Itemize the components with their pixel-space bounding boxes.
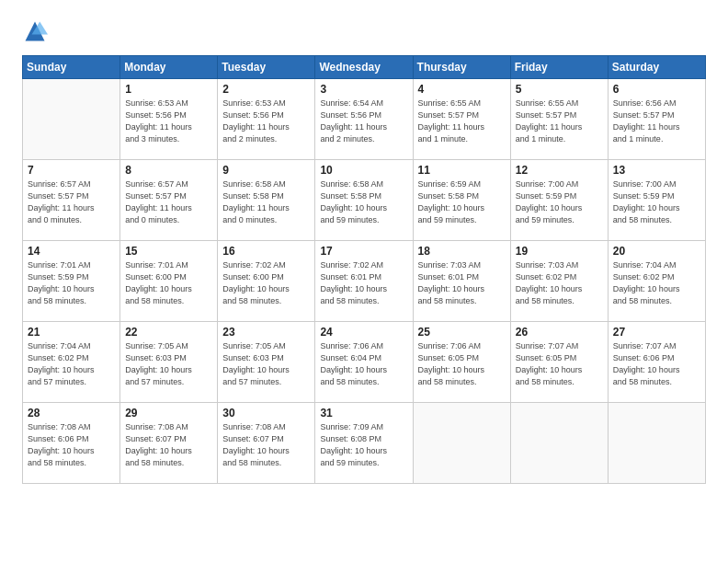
calendar-cell: [510, 403, 608, 484]
calendar-cell: 25Sunrise: 7:06 AMSunset: 6:05 PMDayligh…: [413, 322, 510, 403]
day-number: 27: [613, 326, 700, 339]
calendar-cell: 20Sunrise: 7:04 AMSunset: 6:02 PMDayligh…: [608, 241, 705, 322]
day-info: Sunrise: 7:05 AMSunset: 6:03 PMDaylight:…: [222, 340, 310, 388]
calendar-cell: 12Sunrise: 7:00 AMSunset: 5:59 PMDayligh…: [510, 160, 608, 241]
day-number: 23: [222, 326, 310, 339]
day-info: Sunrise: 6:57 AMSunset: 5:57 PMDaylight:…: [28, 178, 115, 226]
day-info: Sunrise: 7:00 AMSunset: 5:59 PMDaylight:…: [613, 178, 700, 226]
calendar-cell: 31Sunrise: 7:09 AMSunset: 6:08 PMDayligh…: [315, 403, 413, 484]
day-number: 1: [125, 83, 212, 96]
day-number: 29: [125, 407, 212, 419]
day-info: Sunrise: 7:03 AMSunset: 6:02 PMDaylight:…: [516, 259, 603, 307]
day-info: Sunrise: 7:08 AMSunset: 6:07 PMDaylight:…: [125, 421, 212, 469]
calendar-cell: [23, 79, 120, 160]
day-number: 3: [320, 83, 407, 96]
day-number: 30: [222, 407, 310, 419]
calendar-cell: 13Sunrise: 7:00 AMSunset: 5:59 PMDayligh…: [608, 160, 705, 241]
day-header-tuesday: Tuesday: [218, 56, 315, 79]
day-number: 11: [418, 164, 506, 177]
calendar-cell: 19Sunrise: 7:03 AMSunset: 6:02 PMDayligh…: [510, 241, 608, 322]
day-info: Sunrise: 6:58 AMSunset: 5:58 PMDaylight:…: [320, 178, 407, 226]
day-number: 19: [516, 245, 603, 258]
calendar-cell: 5Sunrise: 6:55 AMSunset: 5:57 PMDaylight…: [510, 79, 608, 160]
day-info: Sunrise: 7:00 AMSunset: 5:59 PMDaylight:…: [516, 178, 603, 226]
calendar-cell: [608, 403, 705, 484]
day-info: Sunrise: 7:08 AMSunset: 6:06 PMDaylight:…: [28, 421, 115, 469]
calendar-cell: 21Sunrise: 7:04 AMSunset: 6:02 PMDayligh…: [23, 322, 120, 403]
day-info: Sunrise: 7:07 AMSunset: 6:06 PMDaylight:…: [613, 340, 700, 388]
day-number: 31: [320, 407, 407, 419]
calendar-cell: 15Sunrise: 7:01 AMSunset: 6:00 PMDayligh…: [120, 241, 218, 322]
day-info: Sunrise: 7:02 AMSunset: 6:00 PMDaylight:…: [222, 259, 310, 307]
header: [22, 18, 706, 44]
day-info: Sunrise: 6:53 AMSunset: 5:56 PMDaylight:…: [125, 98, 212, 145]
calendar-cell: 28Sunrise: 7:08 AMSunset: 6:06 PMDayligh…: [23, 403, 120, 484]
day-number: 16: [222, 245, 310, 258]
day-number: 4: [418, 83, 506, 96]
day-number: 10: [320, 164, 407, 177]
calendar-cell: 22Sunrise: 7:05 AMSunset: 6:03 PMDayligh…: [120, 322, 218, 403]
calendar-cell: 4Sunrise: 6:55 AMSunset: 5:57 PMDaylight…: [413, 79, 510, 160]
day-info: Sunrise: 6:57 AMSunset: 5:57 PMDaylight:…: [125, 178, 212, 226]
day-number: 20: [613, 245, 700, 258]
day-number: 22: [125, 326, 212, 339]
week-row-3: 21Sunrise: 7:04 AMSunset: 6:02 PMDayligh…: [23, 322, 706, 403]
day-info: Sunrise: 6:56 AMSunset: 5:57 PMDaylight:…: [613, 98, 700, 145]
calendar: SundayMondayTuesdayWednesdayThursdayFrid…: [22, 55, 706, 484]
day-header-monday: Monday: [120, 56, 218, 79]
calendar-cell: [413, 403, 510, 484]
day-info: Sunrise: 6:59 AMSunset: 5:58 PMDaylight:…: [418, 178, 506, 226]
day-info: Sunrise: 7:02 AMSunset: 6:01 PMDaylight:…: [320, 259, 407, 307]
calendar-cell: 24Sunrise: 7:06 AMSunset: 6:04 PMDayligh…: [315, 322, 413, 403]
calendar-cell: 14Sunrise: 7:01 AMSunset: 5:59 PMDayligh…: [23, 241, 120, 322]
day-header-friday: Friday: [510, 56, 608, 79]
calendar-cell: 23Sunrise: 7:05 AMSunset: 6:03 PMDayligh…: [218, 322, 315, 403]
day-info: Sunrise: 7:08 AMSunset: 6:07 PMDaylight:…: [222, 421, 310, 469]
day-info: Sunrise: 6:53 AMSunset: 5:56 PMDaylight:…: [222, 98, 310, 145]
day-header-thursday: Thursday: [413, 56, 510, 79]
day-info: Sunrise: 7:04 AMSunset: 6:02 PMDaylight:…: [28, 340, 115, 388]
calendar-cell: 9Sunrise: 6:58 AMSunset: 5:58 PMDaylight…: [218, 160, 315, 241]
day-number: 21: [28, 326, 115, 339]
week-row-1: 7Sunrise: 6:57 AMSunset: 5:57 PMDaylight…: [23, 160, 706, 241]
day-info: Sunrise: 7:03 AMSunset: 6:01 PMDaylight:…: [418, 259, 506, 307]
week-row-4: 28Sunrise: 7:08 AMSunset: 6:06 PMDayligh…: [23, 403, 706, 484]
logo-icon: [22, 18, 48, 44]
day-info: Sunrise: 7:06 AMSunset: 6:05 PMDaylight:…: [418, 340, 506, 388]
calendar-cell: 6Sunrise: 6:56 AMSunset: 5:57 PMDaylight…: [608, 79, 705, 160]
calendar-header-row: SundayMondayTuesdayWednesdayThursdayFrid…: [23, 56, 706, 79]
week-row-2: 14Sunrise: 7:01 AMSunset: 5:59 PMDayligh…: [23, 241, 706, 322]
calendar-cell: 27Sunrise: 7:07 AMSunset: 6:06 PMDayligh…: [608, 322, 705, 403]
day-info: Sunrise: 7:01 AMSunset: 5:59 PMDaylight:…: [28, 259, 115, 307]
calendar-cell: 10Sunrise: 6:58 AMSunset: 5:58 PMDayligh…: [315, 160, 413, 241]
calendar-cell: 8Sunrise: 6:57 AMSunset: 5:57 PMDaylight…: [120, 160, 218, 241]
calendar-cell: 30Sunrise: 7:08 AMSunset: 6:07 PMDayligh…: [218, 403, 315, 484]
day-number: 7: [28, 164, 115, 177]
day-number: 25: [418, 326, 506, 339]
day-info: Sunrise: 6:58 AMSunset: 5:58 PMDaylight:…: [222, 178, 310, 226]
day-header-saturday: Saturday: [608, 56, 705, 79]
day-info: Sunrise: 7:05 AMSunset: 6:03 PMDaylight:…: [125, 340, 212, 388]
day-number: 28: [28, 407, 115, 419]
day-number: 18: [418, 245, 506, 258]
week-row-0: 1Sunrise: 6:53 AMSunset: 5:56 PMDaylight…: [23, 79, 706, 160]
day-info: Sunrise: 6:55 AMSunset: 5:57 PMDaylight:…: [418, 98, 506, 145]
calendar-cell: 29Sunrise: 7:08 AMSunset: 6:07 PMDayligh…: [120, 403, 218, 484]
day-number: 6: [613, 83, 700, 96]
day-number: 12: [516, 164, 603, 177]
day-info: Sunrise: 7:07 AMSunset: 6:05 PMDaylight:…: [516, 340, 603, 388]
calendar-cell: 7Sunrise: 6:57 AMSunset: 5:57 PMDaylight…: [23, 160, 120, 241]
day-info: Sunrise: 6:54 AMSunset: 5:56 PMDaylight:…: [320, 98, 407, 145]
calendar-cell: 1Sunrise: 6:53 AMSunset: 5:56 PMDaylight…: [120, 79, 218, 160]
day-info: Sunrise: 7:04 AMSunset: 6:02 PMDaylight:…: [613, 259, 700, 307]
calendar-cell: 17Sunrise: 7:02 AMSunset: 6:01 PMDayligh…: [315, 241, 413, 322]
day-number: 13: [613, 164, 700, 177]
day-number: 15: [125, 245, 212, 258]
calendar-cell: 3Sunrise: 6:54 AMSunset: 5:56 PMDaylight…: [315, 79, 413, 160]
page: SundayMondayTuesdayWednesdayThursdayFrid…: [0, 0, 728, 563]
day-number: 9: [222, 164, 310, 177]
calendar-cell: 26Sunrise: 7:07 AMSunset: 6:05 PMDayligh…: [510, 322, 608, 403]
day-info: Sunrise: 7:06 AMSunset: 6:04 PMDaylight:…: [320, 340, 407, 388]
logo: [22, 18, 51, 44]
day-number: 8: [125, 164, 212, 177]
